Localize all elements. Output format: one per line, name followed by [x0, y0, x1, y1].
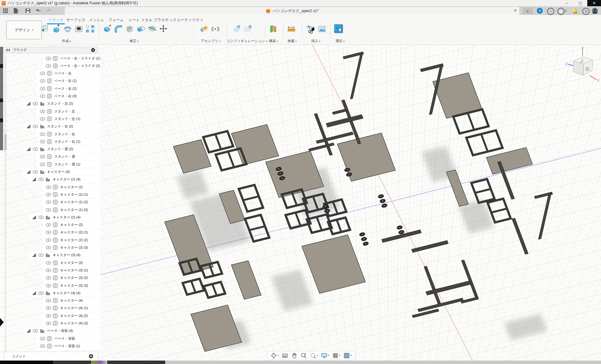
apps-grid-icon[interactable]	[0, 6, 11, 15]
view-cube[interactable]: Y Z X 上 右	[565, 46, 601, 82]
move-icon[interactable]	[158, 24, 169, 37]
browser-folder-row[interactable]: スタンド・右 (2)	[23, 123, 100, 130]
browser-body-row[interactable]: キャスター (1) (3)	[43, 206, 100, 213]
workspace-selector[interactable]: デザイン ▾	[6, 21, 42, 39]
browser-body-row[interactable]: ベース・右 (3)	[37, 93, 100, 100]
browser-body-row[interactable]: ベース・右・スライダ (1)	[43, 55, 100, 62]
browser-body-row[interactable]: ベース・右 (1)	[37, 78, 100, 84]
create-sketch-icon[interactable]	[40, 24, 50, 37]
ribbon-tab-1[interactable]: ソリッド	[48, 17, 64, 23]
browser-folder-row[interactable]: キャスター (3) (4)	[29, 252, 100, 259]
browser-folder-row[interactable]: キャスター (1) (4)	[29, 176, 100, 183]
minus-circle-icon[interactable]	[91, 48, 95, 52]
help-icon[interactable]: ?	[582, 8, 589, 15]
hole-icon[interactable]	[74, 24, 84, 37]
extrude-icon[interactable]	[51, 24, 62, 37]
maximize-button[interactable]: ▢	[574, 0, 587, 6]
revolve-icon[interactable]	[62, 24, 73, 37]
browser-body-row[interactable]: キャスター (2) (2)	[43, 237, 100, 243]
browser-folder-row[interactable]: キャスター (2) (4)	[29, 214, 100, 221]
avatar[interactable]	[592, 8, 598, 14]
comment-bar[interactable]: コメント	[4, 352, 98, 361]
browser-body-row[interactable]: キャスター (4) (2)	[43, 312, 100, 319]
pan-icon[interactable]	[291, 352, 297, 359]
display-settings-icon[interactable]: ▾	[321, 352, 329, 359]
browser-body-row[interactable]: スタンド・左	[37, 108, 100, 115]
collapse-left-icon[interactable]	[6, 49, 10, 51]
minimize-button[interactable]: –	[560, 0, 574, 6]
ribbon-tab-5[interactable]: シート メタル	[128, 17, 152, 23]
browser-body-row[interactable]: スタンド・梁 (1)	[37, 161, 100, 168]
browser-body-row[interactable]: ベース・右	[37, 70, 100, 77]
browser-folder-row[interactable]: スタンド・左 (2)	[23, 100, 100, 107]
browser-body-row[interactable]: キャスター (3)	[43, 259, 100, 266]
config-table-icon[interactable]	[243, 24, 253, 37]
browser-folder-row[interactable]: キャスター (4)	[23, 169, 100, 175]
browser-folder-row[interactable]: キャスター (4) (4)	[29, 290, 100, 296]
split-icon[interactable]	[147, 24, 157, 37]
new-component-icon[interactable]	[199, 24, 209, 37]
ribbon-tab-6[interactable]: プラスチック	[154, 17, 177, 23]
browser-body-row[interactable]: キャスター (3) (3)	[43, 282, 100, 289]
insert-derive-icon[interactable]	[305, 24, 316, 37]
select-icon[interactable]	[334, 24, 344, 37]
fit-icon[interactable]: ▾	[310, 352, 318, 359]
insert-canvas-icon[interactable]	[317, 24, 327, 37]
browser-folder-row[interactable]: ベース・背面 (4)	[23, 328, 100, 334]
new-tab-button[interactable]: +	[522, 7, 533, 14]
undo-icon[interactable]	[33, 6, 44, 15]
notifications-icon[interactable]: 🔔	[572, 8, 578, 14]
browser-body-row[interactable]: ベース・右 (2)	[37, 85, 100, 92]
browser-body-row[interactable]: キャスター (2) (1)	[43, 229, 100, 236]
construction-plane-icon[interactable]	[267, 24, 278, 37]
group-caption-2[interactable]: 修正 ▾	[115, 39, 153, 43]
orbit-icon[interactable]: ▾	[271, 352, 279, 359]
recent-time-icon[interactable]: 🕒	[557, 8, 565, 15]
grid-snap-icon[interactable]: ▾	[332, 352, 340, 359]
look-at-icon[interactable]	[282, 352, 288, 359]
viewports-icon[interactable]: ▾	[344, 352, 352, 359]
browser-body-row[interactable]: キャスター (1) (2)	[43, 199, 100, 206]
browser-scrollbar-thumb[interactable]	[4, 134, 7, 150]
job-status-icon[interactable]: ◔	[547, 8, 554, 15]
browser-body-row[interactable]: スタンド・梁	[37, 153, 100, 160]
joint-icon[interactable]	[210, 24, 221, 37]
redo-icon[interactable]	[44, 6, 55, 15]
browser-body-row[interactable]: キャスター (3) (2)	[43, 275, 100, 281]
zoom-icon[interactable]	[300, 352, 307, 359]
browser-body-row[interactable]: キャスター (4)	[43, 297, 100, 304]
combine-icon[interactable]	[136, 24, 146, 37]
group-caption-3[interactable]: アセンブリ ▾	[192, 39, 229, 43]
browser-scrollbar-track[interactable]	[4, 55, 7, 363]
ribbon-tab-7[interactable]: ユーティリティ	[177, 17, 204, 23]
browser-body-row[interactable]: キャスター (2) (3)	[43, 244, 100, 251]
ribbon-tab-2[interactable]: サーフェス	[66, 17, 85, 23]
group-caption-8[interactable]: 選択 ▾	[321, 39, 359, 43]
save-icon[interactable]	[22, 6, 33, 15]
browser-body-row[interactable]: キャスター (4) (1)	[43, 305, 100, 312]
browser-body-row[interactable]: キャスター (3) (1)	[43, 267, 100, 274]
ribbon-tab-3[interactable]: メッシュ	[89, 17, 104, 23]
browser-body-row[interactable]: キャスター (1) (1)	[43, 191, 100, 198]
browser-body-row[interactable]: スタンド・右	[37, 131, 100, 137]
group-caption-1[interactable]: 作成 ▾	[48, 39, 85, 43]
config-model-icon[interactable]	[231, 24, 242, 37]
shell-icon[interactable]	[124, 24, 135, 37]
fillet-icon[interactable]	[113, 24, 124, 37]
pattern-icon[interactable]	[85, 24, 95, 37]
document-tab[interactable]: パソコンデスク_open2 v1* ✕	[65, 7, 519, 15]
measure-icon[interactable]	[286, 24, 297, 37]
browser-body-row[interactable]: スタンド・右 (1)	[37, 138, 100, 145]
close-button[interactable]: ✕	[587, 0, 601, 6]
ribbon-tab-4[interactable]: フォーム	[108, 17, 124, 23]
file-menu-icon[interactable]	[11, 6, 22, 15]
browser-body-row[interactable]: ベース・右・スライダ (2)	[43, 62, 100, 69]
press-pull-icon[interactable]	[102, 24, 113, 37]
browser-body-row[interactable]: スタンド・左 (1)	[37, 115, 100, 122]
tab-close-icon[interactable]: ✕	[514, 8, 517, 13]
browser-body-row[interactable]: キャスター (1)	[43, 184, 100, 190]
browser-body-row[interactable]: ベース・背面 (1)	[37, 342, 100, 349]
browser-header[interactable]: ブラウザ	[3, 47, 98, 53]
browser-body-row[interactable]: キャスター (2)	[43, 222, 100, 228]
browser-folder-row[interactable]: スタンド・梁 (2)	[23, 146, 100, 153]
